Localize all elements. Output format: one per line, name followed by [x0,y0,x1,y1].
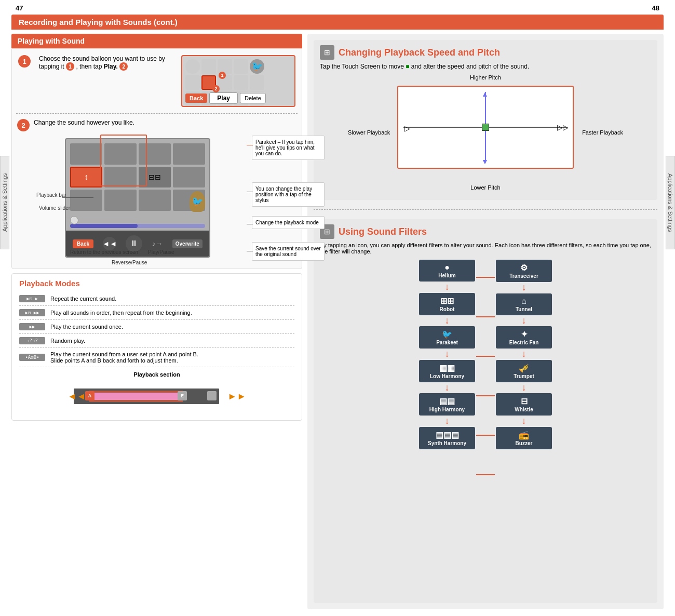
mode-all-repeat: ▶⊡ ▶▶ Play all sounds in order, then rep… [19,306,294,320]
parakeet-character: 🐦 [190,191,205,212]
play-button[interactable]: Play [209,92,238,104]
slower-playback-label: Slower Playback [348,129,390,136]
speed-section-icon: ⊞ [320,45,334,60]
top-banner: Recording and Playing with Sounds (cont.… [11,15,664,30]
playback-modes-title: Playback Modes [19,279,294,288]
step1-then: , then tap Play. [76,63,119,70]
lower-pitch-label: Lower Pitch [470,184,500,191]
changing-speed-section: ⊞ Changing Playback Speed and Pitch Tap … [314,40,657,200]
playing-with-sound-header: Playing with Sound [11,34,302,48]
side-tab-right: Applications & Settings [666,156,675,249]
filter-whistle[interactable]: ⊟ Whistle [496,393,552,416]
mode-ab: •A⊡B• Play the current sound from a user… [19,348,294,367]
filter-low-harmony[interactable]: ▦▦ Low Harmony [419,360,475,382]
playback-section-image: A E ◄◄ ►► [19,381,294,412]
filter-synth-harmony[interactable]: ▤▤▤ Synth Harmony [419,427,475,449]
play-position-callout: You can change the play position with a … [252,182,325,207]
filter-tunnel[interactable]: ⌂ Tunnel [496,293,552,315]
filters-diagram: ● Helium ↓ ⊞⊞ Robot ↓ 🐦 [320,260,651,486]
changing-speed-desc: Tap the Touch Screen to move ■ and alter… [320,63,651,70]
filter-parakeet[interactable]: 🐦 Parakeet [419,326,475,349]
using-filters-title: Using Sound Filters [339,226,427,237]
change-playback-callout: Change the playback mode [252,216,325,229]
changing-speed-title: Changing Playback Speed and Pitch [339,47,500,58]
parakeet-callout: Parakeet – If you tap him, he'll give yo… [252,136,325,160]
music-icon: ♪→ [152,239,163,248]
filter-electric-fan[interactable]: ✦ Electric Fan [496,326,552,349]
higher-pitch-label: Higher Pitch [470,74,501,81]
step2-text: Change the sound however you like. [34,119,296,126]
back-button[interactable]: Back [73,239,93,248]
speed-pitch-diagram: ▷ ▷▷ ▲ ▼ [397,86,574,169]
playback-section-label: Playback section [19,371,294,378]
playback-screen: ↕ ⊟⊟ [65,138,210,258]
step1-image: 🐦 1 [181,55,295,107]
mode-once: ▶▶ Play the current sound once. [19,320,294,334]
filter-high-harmony[interactable]: ▤▤ High Harmony [419,393,475,416]
filter-robot[interactable]: ⊞⊞ Robot [419,293,475,315]
mode-repeat: ▶⊡ ▶ Repeat the current sound. [19,292,294,306]
using-filters-section: ⊞ Using Sound Filters By tapping an icon… [314,219,657,603]
playback-bar-track[interactable] [70,224,205,228]
mode-random: →?→? Random play. [19,334,294,348]
side-tab-left: Applications & Settings [0,156,9,249]
volume-slider[interactable] [70,216,78,224]
filter-helium[interactable]: ● Helium [419,260,475,282]
reverse-pause-label: Reverse/Pause [112,260,147,265]
delete-button[interactable]: Delete [240,93,266,103]
faster-playback-label: Faster Playback [582,129,623,136]
play-pause-label: Play/Pause [148,249,174,255]
step2-circle: 2 [17,119,30,131]
filter-transceiver[interactable]: ⚙ Transceiver [496,260,552,282]
return-prev-label: Return to the previous screen [70,249,138,255]
filter-trumpet[interactable]: 🎺 Trumpet [496,360,552,382]
volume-slider-label: Volume slider [39,205,70,211]
overwrite-button[interactable]: Overwrite [172,239,203,248]
page-number-left: 47 [16,4,23,12]
save-current-callout: Save the current sound over the original… [252,242,325,261]
rewind-button[interactable]: ◄◄ [103,237,116,250]
page-number-right: 48 [652,4,659,12]
filter-buzzer[interactable]: 📻 Buzzer [496,427,552,449]
using-filters-desc: By tapping an icon, you can apply differ… [320,242,651,255]
step1-circle: 1 [18,55,31,68]
